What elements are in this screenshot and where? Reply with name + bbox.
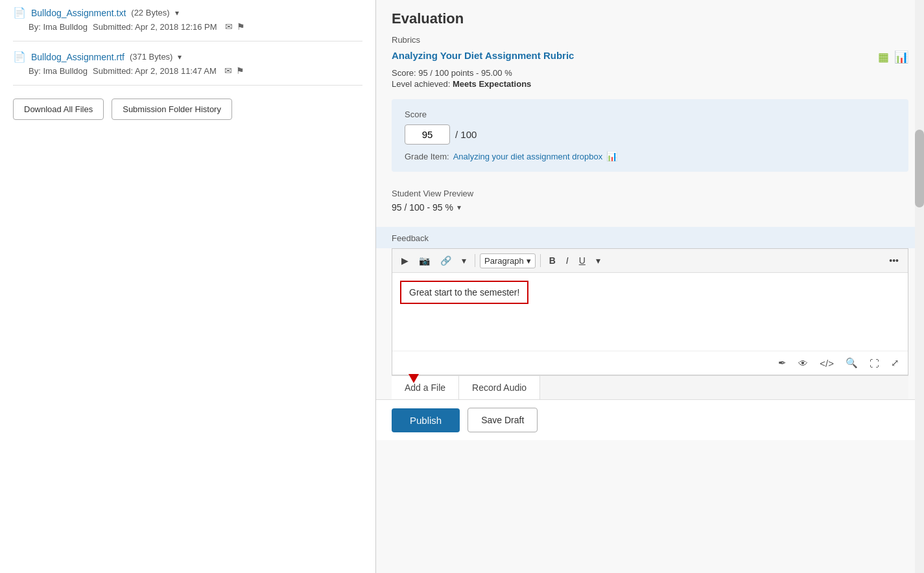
email-icon-2[interactable]: ✉ — [224, 65, 232, 76]
resize-icon[interactable]: ⤢ — [888, 355, 903, 371]
file-size-2: (371 Bytes) — [130, 52, 172, 62]
score-input[interactable] — [405, 124, 450, 145]
flag-icon-1[interactable]: ⚑ — [237, 21, 245, 32]
file-entry-1: 📄 Bulldog_Assignment.txt (22 Bytes) ▾ By… — [13, 6, 362, 41]
publish-bar: Publish Save Draft — [376, 399, 924, 440]
rubric-icons: ▦ 📊 — [878, 50, 908, 64]
underline-button[interactable]: U — [575, 253, 589, 268]
accessibility-icon[interactable]: 👁 — [795, 356, 811, 371]
source-code-icon[interactable]: </> — [816, 356, 837, 371]
rubric-header: Analyzing Your Diet Assignment Rubric ▦ … — [392, 50, 908, 64]
grade-chart-mini-icon[interactable]: 📊 — [606, 151, 617, 161]
editor-toolbar: ▶ 📷 🔗 ▾ Paragraph ▾ B I U ▾ ••• — [392, 249, 908, 273]
paragraph-label: Paragraph — [484, 256, 524, 266]
student-view-text: 95 / 100 - 95 % — [392, 202, 453, 213]
email-icon-1[interactable]: ✉ — [225, 21, 233, 32]
editor-content-area[interactable]: Great start to the semester! — [392, 273, 908, 351]
score-input-row: / 100 — [405, 124, 895, 145]
download-all-files-button[interactable]: Download All Files — [13, 99, 104, 120]
file-icon-1: 📄 — [13, 6, 26, 19]
file-meta-1: By: Ima Bulldog Submitted: Apr 2, 2018 1… — [13, 21, 362, 32]
rubric-grid-icon[interactable]: ▦ — [878, 50, 889, 64]
file-record-tabs: Add a File Record Audio — [392, 375, 908, 399]
scrollbar-thumb[interactable] — [915, 130, 924, 207]
right-panel: Evaluation Rubrics Analyzing Your Diet A… — [376, 0, 924, 573]
action-buttons: Download All Files Submission Folder His… — [13, 99, 362, 120]
left-panel: 📄 Bulldog_Assignment.txt (22 Bytes) ▾ By… — [0, 0, 376, 573]
grade-item-row: Grade Item: Analyzing your diet assignme… — [405, 151, 895, 161]
file-link-2[interactable]: Bulldog_Assignment.rtf — [31, 52, 124, 62]
record-audio-tab[interactable]: Record Audio — [459, 376, 540, 399]
score-section: Score / 100 Grade Item: Analyzing your d… — [392, 99, 908, 172]
fullscreen-icon[interactable]: ⛶ — [866, 356, 883, 371]
rubric-name-link[interactable]: Analyzing Your Diet Assignment Rubric — [392, 50, 574, 61]
italic-button[interactable]: I — [562, 253, 573, 268]
file-submitted-label-2: Submitted: Apr 2, 2018 11:47 AM — [93, 66, 217, 76]
evaluation-title: Evaluation — [392, 10, 908, 27]
paragraph-chevron-icon: ▾ — [527, 256, 531, 266]
student-view-label: Student View Preview — [392, 189, 908, 198]
file-by-label-1: By: Ima Bulldog — [29, 22, 88, 32]
toolbar-separator-1 — [475, 254, 475, 267]
file-dropdown-1[interactable]: ▾ — [175, 8, 179, 18]
video-insert-button[interactable]: ▶ — [397, 253, 412, 268]
grade-item-link[interactable]: Analyzing your diet assignment dropbox — [453, 152, 603, 161]
feedback-editor: ▶ 📷 🔗 ▾ Paragraph ▾ B I U ▾ ••• Great s — [392, 248, 908, 375]
level-value: Meets Expectations — [453, 79, 531, 89]
level-label: Level achieved: — [392, 79, 450, 89]
flag-icon-2[interactable]: ⚑ — [236, 65, 244, 76]
rubric-score: Score: 95 / 100 points - 95.00 % — [392, 68, 908, 78]
submission-folder-history-button[interactable]: Submission Folder History — [112, 99, 232, 120]
file-link-1[interactable]: Bulldog_Assignment.txt — [31, 8, 126, 18]
scrollbar-track[interactable] — [915, 0, 924, 573]
file-meta-2: By: Ima Bulldog Submitted: Apr 2, 2018 1… — [13, 65, 362, 76]
rubric-chart-icon[interactable]: 📊 — [894, 50, 908, 64]
rubric-level: Level achieved: Meets Expectations — [392, 79, 908, 89]
bold-button[interactable]: B — [545, 253, 560, 268]
file-by-label-2: By: Ima Bulldog — [29, 66, 88, 76]
link-insert-button[interactable]: 🔗 — [436, 253, 455, 268]
file-entry-2: 📄 Bulldog_Assignment.rtf (371 Bytes) ▾ B… — [13, 51, 362, 86]
search-replace-icon[interactable]: 🔍 — [842, 355, 861, 371]
publish-button[interactable]: Publish — [392, 408, 460, 432]
grade-item-label: Grade Item: — [405, 152, 449, 161]
file-dropdown-2[interactable]: ▾ — [178, 53, 182, 62]
paragraph-dropdown[interactable]: Paragraph ▾ — [480, 253, 536, 268]
rubrics-label: Rubrics — [392, 35, 908, 45]
student-view-chevron-icon[interactable]: ▾ — [457, 203, 461, 212]
save-draft-button[interactable]: Save Draft — [468, 408, 538, 432]
student-view-value: 95 / 100 - 95 % ▾ — [392, 202, 908, 213]
file-icon-2: 📄 — [13, 51, 26, 63]
image-insert-button[interactable]: 📷 — [415, 253, 434, 268]
score-max: / 100 — [455, 129, 477, 140]
feedback-section: Feedback ▶ 📷 🔗 ▾ Paragraph ▾ B I U ▾ ••• — [376, 227, 924, 440]
file-size-1: (22 Bytes) — [131, 8, 169, 18]
editor-bottom-toolbar: ✒ 👁 </> 🔍 ⛶ ⤢ — [392, 351, 908, 375]
format-dropdown-button[interactable]: ▾ — [592, 253, 604, 268]
spell-check-icon[interactable]: ✒ — [775, 355, 790, 371]
red-arrow-head — [409, 374, 419, 383]
score-label: Score — [405, 110, 895, 119]
toolbar-separator-2 — [540, 254, 541, 267]
feedback-text[interactable]: Great start to the semester! — [400, 281, 528, 304]
file-submitted-label-1: Submitted: Apr 2, 2018 12:16 PM — [93, 22, 217, 32]
more-insert-button[interactable]: ▾ — [458, 253, 470, 268]
more-options-button[interactable]: ••• — [885, 253, 903, 268]
feedback-label: Feedback — [376, 227, 924, 248]
add-file-tab[interactable]: Add a File — [392, 376, 459, 399]
student-view-section: Student View Preview 95 / 100 - 95 % ▾ — [392, 182, 908, 216]
eval-section: Evaluation Rubrics Analyzing Your Diet A… — [376, 0, 924, 227]
